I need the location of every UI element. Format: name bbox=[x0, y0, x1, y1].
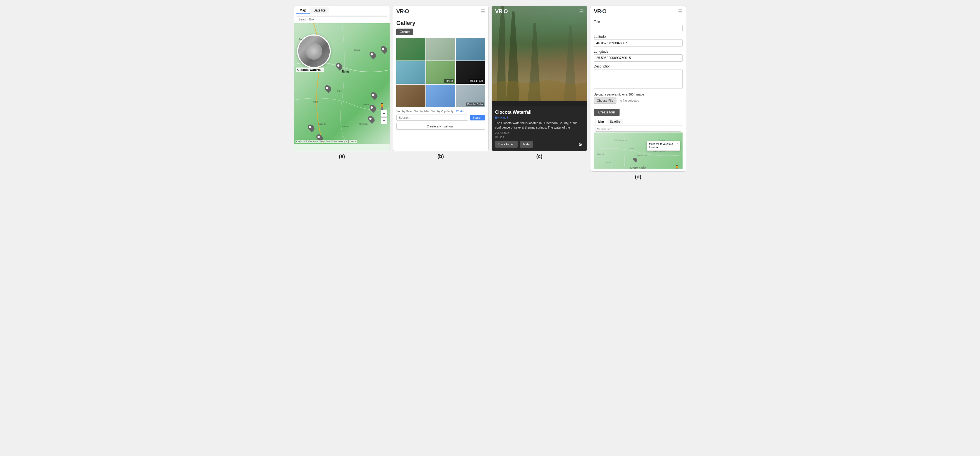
gallery-item-6-label: Ioanid Park bbox=[469, 79, 484, 83]
gallery-item-5[interactable]: Rimera bbox=[426, 61, 455, 84]
tour-actions: Back to List Hide bbox=[495, 141, 584, 148]
gallery-item-8[interactable] bbox=[426, 84, 455, 107]
zoom-in-button[interactable]: + bbox=[381, 110, 387, 117]
pagination-link[interactable]: 1234> bbox=[456, 110, 463, 113]
tour-panel: VR·O ☰ Clocota Waterfall By: Nicu8 The bbox=[492, 6, 588, 151]
mini-map: Map Satellite Cluj-Napoca Turda Târgu Mu… bbox=[594, 118, 682, 168]
longitude-label: Longitude bbox=[594, 49, 682, 54]
longitude-input[interactable] bbox=[594, 54, 682, 62]
svg-text:Craiova: Craiova bbox=[342, 125, 349, 128]
tour-likes: 0 Likes bbox=[495, 135, 584, 139]
figure-a-label: (a) bbox=[339, 154, 345, 159]
latitude-field: Latitude bbox=[594, 35, 682, 47]
tour-info-card: Clocota Waterfall By: Nicu8 The Clocota … bbox=[492, 106, 587, 151]
location-tooltip: ✕ Move me to your tour location! bbox=[647, 141, 680, 151]
figure-d-label: (d) bbox=[635, 174, 641, 180]
title-label: Title bbox=[594, 20, 682, 24]
gallery-header: VR·O ☰ bbox=[393, 6, 488, 17]
map-panel: Map Satellite Oradea Roma Bistrița Sibiu bbox=[294, 6, 390, 151]
map-pegman[interactable]: 🧍 bbox=[378, 103, 386, 110]
tour-logo: VR·O bbox=[495, 8, 508, 14]
settings-icon[interactable]: ⚙ bbox=[577, 141, 584, 148]
romania-label: Romania bbox=[630, 166, 646, 168]
gallery-grid: Rimera Ioanid Park Danube Delta bbox=[396, 38, 485, 107]
sort-links: Sort by Date | Sort by Title | Sort by P… bbox=[396, 110, 485, 113]
svg-text:Deva: Deva bbox=[313, 100, 318, 103]
mini-map-search-input[interactable] bbox=[595, 127, 681, 132]
gallery-panel: VR·O ☰ Gallery Create Rimera Ioanid Park bbox=[393, 6, 489, 151]
mini-map-search bbox=[594, 126, 682, 132]
svg-text:Pitești: Pitești bbox=[363, 103, 369, 106]
latitude-label: Latitude bbox=[594, 35, 682, 39]
gallery-item-2[interactable] bbox=[426, 38, 455, 60]
create-header: VR·O ☰ bbox=[590, 6, 686, 17]
gallery-item-7[interactable] bbox=[396, 84, 425, 107]
figure-d: VR·O ☰ Title Latitude Longitude Descript… bbox=[590, 6, 686, 180]
figure-b-label: (b) bbox=[438, 154, 444, 159]
choose-file-button[interactable]: Choose File bbox=[594, 97, 616, 103]
gallery-item-1[interactable] bbox=[396, 38, 425, 60]
gallery-item-3[interactable] bbox=[456, 38, 485, 60]
svg-text:Târgu Mureș: Târgu Mureș bbox=[635, 154, 647, 157]
description-label: Description bbox=[594, 64, 682, 68]
gallery-item-5-label: Rimera bbox=[444, 79, 454, 83]
gallery-search-bar: Search bbox=[396, 114, 485, 121]
zoom-out-button[interactable]: − bbox=[381, 118, 387, 124]
tour-description: The Clocota Waterfall is located in Hune… bbox=[495, 121, 584, 130]
tooltip-close-button[interactable]: ✕ bbox=[677, 142, 679, 145]
mini-map-tab-map[interactable]: Map bbox=[595, 119, 607, 124]
description-field: Description bbox=[594, 64, 682, 90]
mini-map-content: Cluj-Napoca Turda Târgu Mureș Bacău Alba… bbox=[594, 132, 682, 168]
create-virtual-tour-button[interactable]: Create a virtual tour! bbox=[396, 123, 485, 130]
tour-hamburger[interactable]: ☰ bbox=[579, 8, 584, 14]
hamburger-menu[interactable]: ☰ bbox=[480, 8, 485, 14]
waterfall-bubble[interactable] bbox=[297, 35, 331, 68]
gallery-search-button[interactable]: Search bbox=[470, 115, 485, 121]
description-textarea[interactable] bbox=[594, 69, 682, 89]
svg-text:Turda: Turda bbox=[629, 147, 635, 150]
vrro-logo: VR·O bbox=[396, 8, 409, 14]
tour-panorama bbox=[492, 6, 587, 101]
title-input[interactable] bbox=[594, 25, 682, 32]
mini-map-tabs: Map Satellite bbox=[594, 118, 682, 126]
hide-button[interactable]: Hide bbox=[520, 141, 533, 148]
map-zoom-controls: + − bbox=[381, 110, 387, 124]
map-tab-bar: Map Satellite bbox=[294, 6, 390, 16]
svg-text:Sibiu: Sibiu bbox=[606, 161, 611, 164]
svg-text:Cluj-Napoca: Cluj-Napoca bbox=[614, 139, 628, 141]
svg-text:Târgu Jiu: Târgu Jiu bbox=[318, 122, 326, 125]
figure-c: VR·O ☰ Clocota Waterfall By: Nicu8 The bbox=[492, 6, 588, 180]
map-search-container bbox=[294, 16, 390, 23]
panorama-trees bbox=[492, 6, 587, 101]
figure-a: Map Satellite Oradea Roma Bistrița Sibiu bbox=[294, 6, 390, 180]
map-tab-satellite[interactable]: Satellite bbox=[310, 7, 329, 14]
svg-text:Sibiu: Sibiu bbox=[337, 90, 341, 92]
map-tab-map[interactable]: Map bbox=[296, 7, 310, 14]
gallery-search-input[interactable] bbox=[396, 114, 468, 121]
gallery-item-6[interactable]: Ioanid Park bbox=[456, 61, 485, 84]
mini-pegman[interactable]: 🧍 bbox=[674, 165, 680, 168]
map-attribution: Keyboard shortcuts | Map data ©2023 Goog… bbox=[296, 140, 357, 143]
create-button[interactable]: Create bbox=[396, 29, 413, 35]
tour-header: VR·O ☰ bbox=[492, 6, 587, 17]
figure-b: VR·O ☰ Gallery Create Rimera Ioanid Park bbox=[393, 6, 489, 180]
tour-place-link[interactable]: By: Nicu8 bbox=[495, 116, 584, 119]
gallery-content: Gallery Create Rimera Ioanid Park bbox=[393, 17, 488, 132]
gallery-item-4[interactable] bbox=[396, 61, 425, 84]
create-tour-form-button[interactable]: Create tour bbox=[594, 109, 619, 116]
create-hamburger[interactable]: ☰ bbox=[678, 8, 682, 14]
gallery-item-9[interactable]: Danube Delta bbox=[456, 84, 485, 107]
tour-place-name: Clocota Waterfall bbox=[495, 110, 584, 115]
no-file-text: no file selected bbox=[619, 99, 639, 102]
upload-field: Upload a panoramic or a 360° image Choos… bbox=[594, 93, 682, 103]
map-search-input[interactable] bbox=[296, 16, 388, 22]
create-logo: VR·O bbox=[594, 8, 606, 14]
back-to-list-button[interactable]: Back to List bbox=[495, 141, 518, 148]
form-content: Title Latitude Longitude Description Upl… bbox=[590, 17, 686, 172]
gallery-item-9-label: Danube Delta bbox=[466, 103, 484, 106]
svg-text:Alba Iulia: Alba Iulia bbox=[597, 153, 605, 156]
mini-map-tab-satellite[interactable]: Satellite bbox=[607, 119, 623, 124]
map-area: Oradea Roma Bistrița Sibiu Deva Târgu Ji… bbox=[294, 23, 390, 144]
latitude-input[interactable] bbox=[594, 40, 682, 47]
upload-row: Choose File no file selected bbox=[594, 97, 682, 103]
